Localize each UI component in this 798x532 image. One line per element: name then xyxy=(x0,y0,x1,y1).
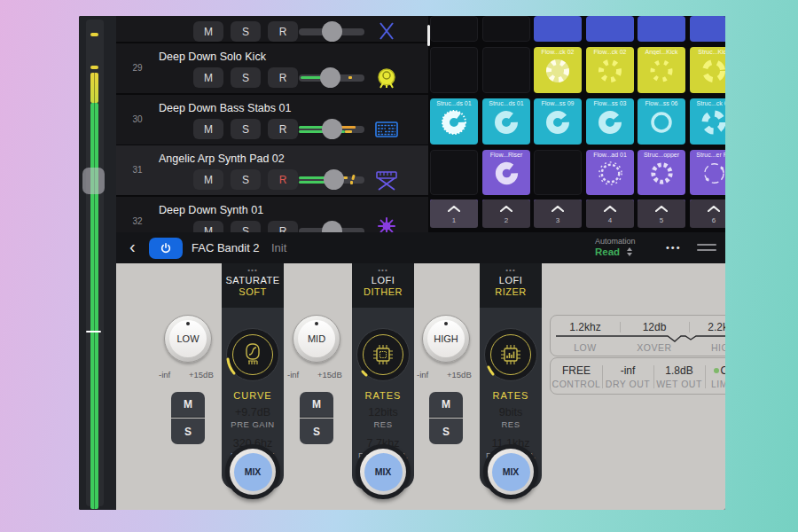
scene-launch-button[interactable]: 3 xyxy=(534,200,582,228)
slider-knob[interactable] xyxy=(322,221,342,232)
clip-blue[interactable] xyxy=(690,16,725,42)
fx-value[interactable]: +9.7dB xyxy=(222,406,284,419)
track-name[interactable]: Angelic Arp Synth Pad 02 xyxy=(159,153,285,165)
control-mode-value[interactable]: FREE xyxy=(551,364,602,377)
wet-out-value[interactable]: 1.8dB xyxy=(653,364,705,377)
clip-playing[interactable]: Struc...ds 01 xyxy=(430,98,478,145)
record-button[interactable]: R xyxy=(268,119,298,139)
output-panel[interactable]: FREE CONTROL -inf DRY OUT 1.8dB WET OUT … xyxy=(550,357,725,395)
clip[interactable]: Struc...ds 01 xyxy=(482,98,530,145)
fx-title-block[interactable]: ••• LOFI RIZER xyxy=(480,263,542,308)
solo-button[interactable]: S xyxy=(231,119,261,139)
mute-button[interactable]: M xyxy=(193,119,223,139)
empty-clip-slot[interactable] xyxy=(482,47,530,93)
plugin-menu-button[interactable]: ••• xyxy=(666,242,682,253)
track-row-selected[interactable]: 31 Angelic Arp Synth Pad 02 M S R xyxy=(116,145,428,195)
track-name[interactable]: Deep Down Synth 01 xyxy=(159,204,263,216)
xover-slope[interactable]: 12db xyxy=(620,321,689,333)
fx-title-block[interactable]: ••• LOFI DITHER xyxy=(352,263,414,308)
xover-low-freq[interactable]: 1.2khz xyxy=(551,321,620,333)
fx-title-block[interactable]: ••• SATURATE SOFT xyxy=(222,263,284,308)
track-row-partial[interactable]: M S R xyxy=(116,16,428,42)
clip-blue[interactable] xyxy=(638,16,685,42)
record-button-armed[interactable]: R xyxy=(268,169,298,190)
clip[interactable]: Flow...ss 06 xyxy=(638,98,685,145)
mute-button[interactable]: M xyxy=(193,221,223,232)
master-fader-handle[interactable] xyxy=(82,168,105,194)
clip[interactable]: Struc...Kick xyxy=(690,47,725,93)
scene-launch-button[interactable]: 5 xyxy=(638,200,685,228)
clip[interactable]: Angel...Kick xyxy=(638,47,685,93)
back-button[interactable]: ‹ xyxy=(129,237,136,257)
fx-menu-dots-icon[interactable]: ••• xyxy=(222,266,284,274)
solo-button[interactable]: S xyxy=(231,67,261,88)
solo-button[interactable]: S xyxy=(231,21,261,42)
xover-high-freq[interactable]: 2.2khz xyxy=(689,321,725,333)
fx-menu-dots-icon[interactable]: ••• xyxy=(352,266,414,274)
clip[interactable]: Struc...opper xyxy=(638,150,685,195)
mute-button[interactable]: M xyxy=(193,21,223,42)
dither-mix-knob[interactable]: MIX xyxy=(356,444,411,499)
volume-slider[interactable] xyxy=(299,126,364,133)
clip[interactable]: Flow...Riser xyxy=(482,150,530,195)
high-solo-button[interactable]: S xyxy=(429,419,463,444)
mid-gain-knob[interactable]: MID xyxy=(293,315,340,363)
scene-launch-button[interactable]: 2 xyxy=(482,200,530,228)
track-name[interactable]: Deep Down Solo Kick xyxy=(159,51,266,63)
automation-mode-select[interactable]: Read xyxy=(595,246,620,257)
track-row[interactable]: 29 Deep Down Solo Kick M S R xyxy=(116,43,428,93)
clip[interactable]: Flow...ss 03 xyxy=(586,98,634,145)
high-mute-button[interactable]: M xyxy=(429,392,463,418)
empty-clip-slot[interactable] xyxy=(430,47,478,93)
fx-value[interactable]: 9bits xyxy=(480,406,542,419)
clip[interactable]: Flow...ad 01 xyxy=(586,150,634,195)
empty-clip-slot[interactable] xyxy=(482,16,530,42)
plugin-power-button[interactable] xyxy=(149,238,183,259)
low-solo-button[interactable]: S xyxy=(171,419,205,444)
track-row[interactable]: 30 Deep Down Bass Stabs 01 M S R xyxy=(116,95,428,145)
low-mute-button[interactable]: M xyxy=(171,392,205,418)
clip-blue[interactable] xyxy=(534,16,582,42)
record-button[interactable]: R xyxy=(268,21,298,42)
empty-clip-slot[interactable] xyxy=(430,16,478,42)
slider-knob[interactable] xyxy=(322,21,342,42)
saturate-mix-knob[interactable]: MIX xyxy=(225,444,280,499)
empty-clip-slot[interactable] xyxy=(430,150,478,195)
mid-mute-button[interactable]: M xyxy=(300,392,333,418)
mid-solo-button[interactable]: S xyxy=(300,419,333,444)
scene-launch-button[interactable]: 1 xyxy=(430,200,478,228)
slider-knob[interactable] xyxy=(320,67,340,88)
mute-button[interactable]: M xyxy=(193,67,223,88)
drag-handle-icon[interactable] xyxy=(697,244,716,246)
low-gain-knob[interactable]: LOW xyxy=(164,315,212,363)
volume-slider[interactable] xyxy=(299,74,364,82)
track-name[interactable]: Deep Down Bass Stabs 01 xyxy=(159,102,291,114)
record-button[interactable]: R xyxy=(268,221,298,232)
clip[interactable]: Struc...er FX xyxy=(690,150,725,195)
track-row[interactable]: 32 Deep Down Synth 01 M S R xyxy=(116,197,428,232)
clip-blue[interactable] xyxy=(586,16,634,42)
dry-out-value[interactable]: -inf xyxy=(602,364,653,377)
solo-button[interactable]: S xyxy=(231,169,261,190)
volume-slider[interactable] xyxy=(299,176,364,184)
high-gain-knob[interactable]: HIGH xyxy=(422,315,470,363)
mute-button[interactable]: M xyxy=(193,169,223,190)
drag-handle-icon[interactable] xyxy=(697,249,716,251)
clip[interactable]: Flow...ss 09 xyxy=(534,98,582,145)
xover-panel[interactable]: 1.2khz 12db 2.2khz LOW XOVER HIGH xyxy=(550,315,725,356)
volume-slider[interactable] xyxy=(299,28,364,35)
fx-menu-dots-icon[interactable]: ••• xyxy=(480,266,542,274)
scene-launch-button[interactable]: 6 xyxy=(690,200,725,228)
slider-knob[interactable] xyxy=(322,119,342,139)
clip[interactable]: Flow...ck 02 xyxy=(586,47,634,93)
empty-clip-slot[interactable] xyxy=(534,150,582,195)
solo-button[interactable]: S xyxy=(231,221,261,232)
fx-value[interactable]: 12bits xyxy=(352,406,414,419)
clip-playing[interactable]: Flow...ck 02 xyxy=(534,47,582,93)
scene-launch-button[interactable]: 4 xyxy=(586,200,634,228)
rizer-mix-knob[interactable]: MIX xyxy=(483,444,538,499)
record-button[interactable]: R xyxy=(268,67,298,88)
slider-knob[interactable] xyxy=(324,169,344,190)
limiter-toggle[interactable]: OFF xyxy=(705,364,725,377)
clip[interactable]: Struc...ck 02 xyxy=(690,98,725,145)
